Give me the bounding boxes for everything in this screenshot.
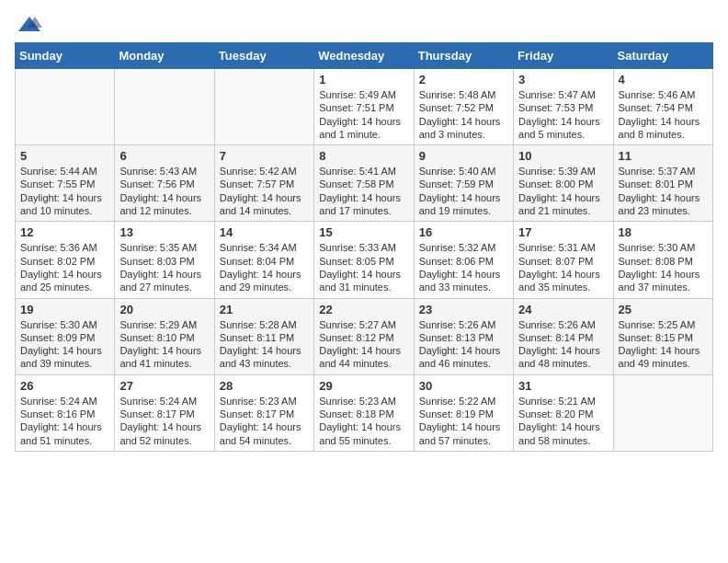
day-info-line: Sunset: 8:04 PM (220, 255, 309, 268)
day-info-line: Sunrise: 5:30 AM (20, 318, 109, 331)
weekday-header-monday: Monday (115, 43, 214, 69)
calendar-cell: 3Sunrise: 5:47 AMSunset: 7:53 PMDaylight… (514, 69, 613, 145)
calendar-week-row: 26Sunrise: 5:24 AMSunset: 8:16 PMDayligh… (16, 374, 713, 451)
day-info-line: Daylight: 14 hours and 27 minutes. (119, 268, 209, 294)
day-info-line: Sunset: 7:56 PM (119, 178, 209, 190)
day-info-line: Sunrise: 5:25 AM (619, 318, 708, 331)
day-number: 12 (20, 225, 109, 239)
calendar-cell: 4Sunrise: 5:46 AMSunset: 7:54 PMDaylight… (613, 69, 712, 145)
day-info-line: Sunset: 7:51 PM (319, 101, 408, 114)
calendar-cell: 15Sunrise: 5:33 AMSunset: 8:05 PMDayligh… (314, 222, 414, 298)
day-info-line: Sunrise: 5:31 AM (518, 241, 608, 254)
day-info-line: Sunset: 8:09 PM (20, 331, 109, 344)
day-info-line: Sunrise: 5:23 AM (220, 395, 309, 408)
day-info-line: Sunset: 7:54 PM (619, 101, 708, 114)
day-info-line: Sunrise: 5:28 AM (220, 318, 309, 331)
day-number: 28 (220, 379, 309, 393)
day-info-line: Sunset: 8:16 PM (20, 408, 109, 420)
calendar: SundayMondayTuesdayWednesdayThursdayFrid… (15, 42, 713, 452)
day-info-line: Sunrise: 5:26 AM (419, 318, 508, 331)
day-info-line: Daylight: 14 hours and 23 minutes. (619, 191, 708, 218)
day-info-line: Daylight: 14 hours and 49 minutes. (619, 344, 708, 371)
day-info-line: Daylight: 14 hours and 19 minutes. (419, 191, 508, 218)
weekday-header-thursday: Thursday (414, 43, 513, 69)
day-info-line: Sunset: 8:00 PM (518, 178, 608, 190)
day-info-line: Sunrise: 5:39 AM (518, 165, 608, 178)
day-info-line: Sunrise: 5:34 AM (220, 241, 309, 254)
day-info-line: Sunset: 8:17 PM (119, 408, 209, 420)
weekday-header-saturday: Saturday (613, 43, 712, 69)
calendar-cell: 19Sunrise: 5:30 AMSunset: 8:09 PMDayligh… (16, 298, 115, 374)
day-info-line: Sunset: 7:57 PM (220, 178, 309, 190)
calendar-cell (613, 374, 712, 451)
day-info-line: Daylight: 14 hours and 44 minutes. (319, 344, 408, 371)
day-info-line: Sunset: 7:59 PM (419, 178, 508, 190)
day-info-line: Sunrise: 5:33 AM (319, 241, 408, 254)
day-info-line: Daylight: 14 hours and 39 minutes. (20, 344, 109, 371)
day-info-line: Daylight: 14 hours and 33 minutes. (419, 268, 508, 294)
day-info-line: Sunset: 8:17 PM (220, 408, 309, 420)
calendar-cell: 31Sunrise: 5:21 AMSunset: 8:20 PMDayligh… (514, 374, 613, 451)
day-number: 23 (419, 303, 508, 316)
day-number: 30 (419, 379, 508, 393)
day-number: 22 (319, 303, 408, 316)
day-info-line: Sunset: 8:05 PM (319, 255, 408, 268)
day-info-line: Sunrise: 5:21 AM (518, 395, 608, 408)
day-info-line: Daylight: 14 hours and 14 minutes. (220, 191, 309, 218)
calendar-cell: 25Sunrise: 5:25 AMSunset: 8:15 PMDayligh… (613, 298, 712, 374)
day-info-line: Sunrise: 5:24 AM (20, 395, 109, 408)
calendar-cell: 10Sunrise: 5:39 AMSunset: 8:00 PMDayligh… (514, 145, 613, 222)
calendar-cell: 14Sunrise: 5:34 AMSunset: 8:04 PMDayligh… (214, 222, 313, 298)
day-info-line: Daylight: 14 hours and 41 minutes. (119, 344, 209, 371)
calendar-cell: 8Sunrise: 5:41 AMSunset: 7:58 PMDaylight… (314, 145, 414, 222)
day-info-line: Sunset: 8:11 PM (220, 331, 309, 344)
day-number: 17 (518, 225, 608, 239)
weekday-header-sunday: Sunday (16, 43, 115, 69)
day-info-line: Sunrise: 5:30 AM (619, 241, 708, 254)
calendar-cell: 6Sunrise: 5:43 AMSunset: 7:56 PMDaylight… (115, 145, 214, 222)
day-info-line: Sunrise: 5:43 AM (119, 165, 209, 178)
weekday-header-tuesday: Tuesday (214, 43, 313, 69)
calendar-header-row: SundayMondayTuesdayWednesdayThursdayFrid… (16, 43, 713, 69)
calendar-cell: 11Sunrise: 5:37 AMSunset: 8:01 PMDayligh… (613, 145, 712, 222)
day-number: 8 (319, 149, 408, 163)
logo-icon (17, 15, 42, 35)
day-info-line: Sunrise: 5:48 AM (419, 88, 508, 101)
day-info-line: Sunset: 8:10 PM (119, 331, 209, 344)
calendar-week-row: 12Sunrise: 5:36 AMSunset: 8:02 PMDayligh… (16, 222, 713, 298)
day-info-line: Sunset: 8:07 PM (518, 255, 608, 268)
day-number: 6 (119, 149, 209, 163)
day-number: 26 (20, 379, 109, 393)
day-number: 10 (518, 149, 608, 163)
day-info-line: Sunrise: 5:26 AM (518, 318, 608, 331)
day-info-line: Sunset: 7:58 PM (319, 178, 408, 190)
day-info-line: Sunset: 7:52 PM (419, 101, 508, 114)
day-info-line: Sunset: 8:15 PM (619, 331, 708, 344)
day-info-line: Sunset: 8:20 PM (518, 408, 608, 420)
day-number: 9 (419, 149, 508, 163)
day-info-line: Daylight: 14 hours and 58 minutes. (518, 420, 608, 447)
day-number: 5 (20, 149, 109, 163)
day-info-line: Sunrise: 5:42 AM (220, 165, 309, 178)
day-info-line: Sunrise: 5:24 AM (119, 395, 209, 408)
day-number: 1 (319, 73, 408, 86)
day-info-line: Sunrise: 5:47 AM (518, 88, 608, 101)
weekday-header-wednesday: Wednesday (314, 43, 414, 69)
day-info-line: Sunrise: 5:27 AM (319, 318, 408, 331)
day-number: 15 (319, 225, 408, 239)
day-info-line: Daylight: 14 hours and 55 minutes. (319, 420, 408, 447)
day-info-line: Daylight: 14 hours and 52 minutes. (119, 420, 209, 447)
day-info-line: Daylight: 14 hours and 57 minutes. (419, 420, 508, 447)
day-info-line: Sunrise: 5:22 AM (419, 395, 508, 408)
calendar-week-row: 5Sunrise: 5:44 AMSunset: 7:55 PMDaylight… (16, 145, 713, 222)
calendar-cell: 13Sunrise: 5:35 AMSunset: 8:03 PMDayligh… (115, 222, 214, 298)
day-info-line: Daylight: 14 hours and 21 minutes. (518, 191, 608, 218)
calendar-week-row: 1Sunrise: 5:49 AMSunset: 7:51 PMDaylight… (16, 69, 713, 145)
day-info-line: Daylight: 14 hours and 12 minutes. (119, 191, 209, 218)
day-info-line: Daylight: 14 hours and 31 minutes. (319, 268, 408, 294)
day-info-line: Sunset: 8:01 PM (619, 178, 708, 190)
day-info-line: Sunset: 7:55 PM (20, 178, 109, 190)
day-info-line: Sunset: 8:18 PM (319, 408, 408, 420)
day-info-line: Daylight: 14 hours and 37 minutes. (619, 268, 708, 294)
day-info-line: Sunset: 8:02 PM (20, 255, 109, 268)
